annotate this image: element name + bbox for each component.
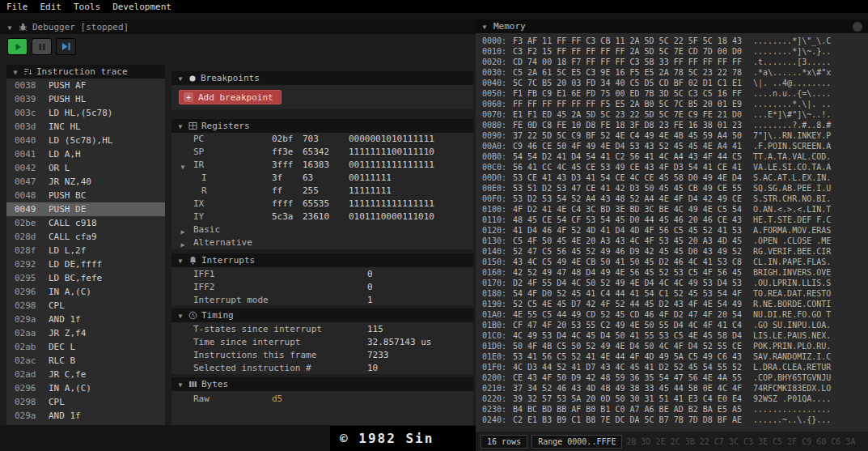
memory-rows-control[interactable]: 16 rows bbox=[481, 435, 527, 449]
memory-ascii: .F.POIN.SCREEN.A bbox=[753, 141, 831, 151]
trace-instruction: LD A,H bbox=[49, 149, 81, 160]
trace-panel-header[interactable]: Instruction trace bbox=[6, 65, 165, 79]
memory-address: 01D0: bbox=[482, 341, 513, 351]
debugger-titlebar[interactable]: Debugger [stopped] bbox=[0, 19, 476, 34]
memory-hex-bytes: 50 4F 4B C5 50 52 49 4E D4 50 4C 4F D4 5… bbox=[513, 341, 742, 351]
memory-row: 0230: B4 BC BD BB AF B0 B1 C0 A7 A6 BE A… bbox=[482, 404, 860, 415]
register-expand-caret-icon[interactable] bbox=[179, 161, 187, 172]
register-row[interactable]: IY 5c3a 23610 0101110000111010 bbox=[171, 211, 473, 224]
trace-instruction: IN A,(C) bbox=[49, 383, 91, 394]
trace-row[interactable]: 0047 JR NZ,40 bbox=[6, 175, 165, 189]
memory-hex-bytes: 37 34 52 46 43 4D 4B 49 38 33 45 44 58 0… bbox=[513, 383, 742, 394]
memory-address: 0220: bbox=[482, 394, 513, 404]
trace-row[interactable]: 003c LD HL,(5c78) bbox=[6, 106, 165, 120]
bytes-header[interactable]: Bytes bbox=[171, 377, 473, 391]
register-row[interactable]: I 3f 63 00111111 bbox=[171, 172, 473, 185]
memory-hex-bytes: 4E 55 C5 44 49 CD 52 45 CD 46 4F D2 47 4… bbox=[513, 309, 742, 320]
menu-item[interactable]: File bbox=[6, 2, 28, 12]
trace-row[interactable]: 0048 PUSH BC bbox=[6, 189, 165, 202]
trace-row[interactable]: 0298 CPL bbox=[6, 299, 165, 313]
timing-header[interactable]: Timing bbox=[171, 308, 473, 322]
collapse-caret-icon[interactable] bbox=[176, 310, 184, 321]
collapse-caret-icon[interactable] bbox=[176, 121, 184, 131]
menu-item[interactable]: Tools bbox=[74, 2, 100, 12]
breakpoints-title: Breakpoints bbox=[201, 73, 260, 83]
bytes-title: Bytes bbox=[201, 379, 228, 389]
register-row[interactable]: IX ffff 65535 1111111111111111 bbox=[171, 198, 473, 211]
memory-address: 0060: bbox=[482, 99, 513, 109]
trace-row[interactable]: 02ad JR C,fe bbox=[6, 368, 165, 381]
property-row: Interrupt mode 1 bbox=[171, 295, 473, 308]
trace-instruction: CPL bbox=[49, 397, 65, 407]
memory-hex-bytes: C5 4F 50 45 4E 20 A3 43 4C 4F 53 45 20 A… bbox=[513, 236, 742, 246]
trace-address: 0298 bbox=[15, 397, 49, 407]
breakpoints-header[interactable]: Breakpoints bbox=[171, 71, 473, 85]
register-row[interactable]: SP ff3e 65342 1111111100111110 bbox=[171, 147, 473, 160]
trace-address: 003c bbox=[15, 108, 49, 118]
collapse-caret-icon[interactable] bbox=[6, 22, 14, 32]
memory-address: 0110: bbox=[482, 215, 513, 225]
trace-row[interactable]: 0042 OR L bbox=[6, 161, 165, 175]
trace-row[interactable]: 02be CALL c918 bbox=[6, 216, 165, 230]
register-name: IR bbox=[193, 160, 204, 170]
debugger-detail-panel: Breakpoints Add breakpoint Registers PC bbox=[171, 71, 473, 425]
collapse-caret-icon[interactable] bbox=[176, 255, 184, 266]
property-row: IFF1 0 bbox=[171, 269, 473, 282]
property-row: T-states since interrupt 115 bbox=[171, 324, 473, 337]
memory-row: 0210: 37 34 52 46 43 4D 4B 49 38 33 45 4… bbox=[482, 383, 860, 394]
menu-item[interactable]: Edit bbox=[40, 2, 62, 12]
memory-ascii: LIS.LE.PAUS.NEX. bbox=[753, 330, 831, 341]
trace-row[interactable]: 0296 IN A,(C) bbox=[6, 285, 165, 299]
memory-header[interactable]: Memory bbox=[476, 19, 868, 33]
register-group-row[interactable]: Basic bbox=[171, 224, 473, 237]
trace-row[interactable]: 0298 CPL bbox=[6, 395, 165, 409]
trace-row[interactable]: 02ab DEC L bbox=[6, 340, 165, 354]
register-row[interactable]: IR 3fff 16383 0011111111111111 bbox=[171, 160, 473, 172]
run-button[interactable] bbox=[7, 38, 28, 55]
menu-item[interactable]: Development bbox=[112, 2, 171, 12]
trace-row[interactable]: 02ac RLC B bbox=[6, 354, 165, 368]
trace-address: 0292 bbox=[15, 259, 49, 270]
add-breakpoint-button[interactable]: Add breakpoint bbox=[179, 90, 282, 104]
trace-row[interactable]: 0041 LD A,H bbox=[6, 147, 165, 161]
timing-section: Timing T-states since interrupt 115 Time… bbox=[171, 308, 473, 374]
memory-address: 0210: bbox=[482, 383, 513, 394]
trace-instruction: LD HL,(5c78) bbox=[49, 108, 112, 118]
register-list: PC 02bf 703 0000001010111111 SP ff3e 653… bbox=[171, 133, 473, 249]
trace-row[interactable]: 0049 PUSH DE bbox=[6, 202, 165, 216]
trace-row[interactable]: 0040 LD (5c78),HL bbox=[6, 134, 165, 147]
trace-instruction: IN A,(C) bbox=[49, 287, 91, 297]
trace-row[interactable]: 028f LD L,2f bbox=[6, 244, 165, 257]
plus-icon bbox=[184, 92, 193, 102]
memory-hex-bytes: 53 51 D2 53 47 CE 41 42 D3 50 45 45 CB 4… bbox=[513, 183, 742, 194]
trace-row[interactable]: 0038 PUSH AF bbox=[6, 79, 165, 92]
trace-row[interactable]: 028d CALL cfa9 bbox=[6, 230, 165, 244]
group-expand-caret-icon[interactable] bbox=[179, 226, 187, 236]
memory-menu-button[interactable] bbox=[853, 22, 862, 32]
trace-row[interactable]: 0292 LD DE,ffff bbox=[6, 257, 165, 271]
register-row[interactable]: R ff 255 11111111 bbox=[171, 185, 473, 198]
trace-row[interactable]: 0295 LD BC,fefe bbox=[6, 271, 165, 285]
register-row[interactable]: PC 02bf 703 0000001010111111 bbox=[171, 134, 473, 147]
trace-row[interactable]: 003d INC HL bbox=[6, 120, 165, 134]
trace-row[interactable]: 029a AND 1f bbox=[6, 313, 165, 326]
collapse-caret-icon[interactable] bbox=[176, 73, 184, 83]
trace-row[interactable]: 0039 PUSH HL bbox=[6, 92, 165, 106]
interrupts-header[interactable]: Interrupts bbox=[171, 253, 473, 267]
collapse-caret-icon[interactable] bbox=[481, 21, 489, 32]
registers-header[interactable]: Registers bbox=[171, 119, 473, 133]
step-button[interactable] bbox=[56, 38, 76, 55]
register-group-row[interactable]: Alternative bbox=[171, 237, 473, 250]
trace-row[interactable]: 029a AND 1f bbox=[6, 409, 165, 423]
group-expand-caret-icon[interactable] bbox=[179, 239, 187, 249]
pause-button[interactable] bbox=[32, 38, 52, 55]
register-name: IX bbox=[193, 198, 204, 209]
trace-instruction: PUSH HL bbox=[49, 94, 86, 104]
memory-address: 00B0: bbox=[482, 151, 513, 162]
step-icon bbox=[61, 42, 71, 51]
collapse-caret-icon[interactable] bbox=[176, 379, 184, 389]
memory-range-control[interactable]: Range 0000..FFFE bbox=[531, 435, 622, 449]
collapse-caret-icon[interactable] bbox=[11, 66, 19, 77]
trace-row[interactable]: 0296 IN A,(C) bbox=[6, 381, 165, 395]
trace-row[interactable]: 02aa JR Z,f4 bbox=[6, 326, 165, 340]
